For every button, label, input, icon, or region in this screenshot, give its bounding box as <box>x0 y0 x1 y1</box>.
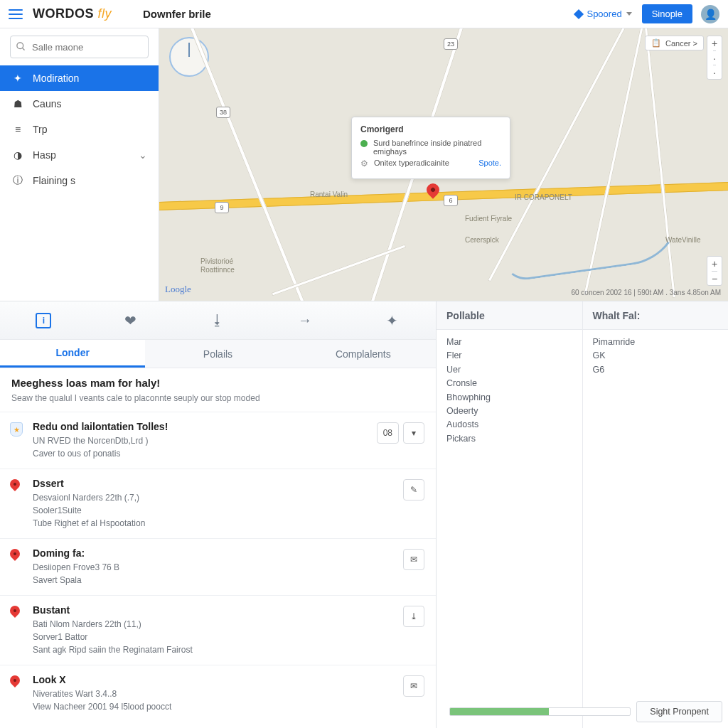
column-title: Pollable <box>437 301 582 330</box>
row-action-button[interactable]: ✉ <box>403 549 424 570</box>
sidebar: ✦Modiration☗Cauns≡Trp◑Hasp⌄ⓘFlaining s <box>0 28 159 301</box>
list-item[interactable]: GK <box>593 349 719 363</box>
footer-button[interactable]: Sight Pronpent <box>636 701 722 722</box>
list-item[interactable]: Pickars <box>446 432 572 446</box>
list-item[interactable]: Pimamride <box>593 336 719 349</box>
value-pill[interactable]: 08 <box>377 422 399 444</box>
map-status: 60 concen 2002 16 | 590t AM . 3ans 4.85o… <box>571 289 721 296</box>
gear-icon: ⚙ <box>360 159 368 168</box>
progress-bar <box>449 707 631 716</box>
list-item[interactable]: Bhowphing <box>446 391 572 405</box>
search-field[interactable] <box>10 36 149 58</box>
plus-icon: + <box>712 36 717 50</box>
sidebar-item-cauns[interactable]: ☗Cauns <box>0 91 159 117</box>
chevron-down-icon: ⌄ <box>139 149 147 161</box>
shield-icon: ★ <box>10 422 23 437</box>
sidebar-item-modiration[interactable]: ✦Modiration <box>0 65 159 91</box>
zoom-bottom[interactable]: +− <box>707 256 722 286</box>
map-attribution: Loogle <box>165 284 191 295</box>
card-line: View Nacheer 2001 94 l5lood poocct <box>33 700 424 713</box>
card-line: Sant agk Ripd saiin the Reginatam Fairos… <box>33 643 424 656</box>
tab-icon-chat[interactable]: ❤ <box>87 301 175 339</box>
menu-icon[interactable] <box>9 9 23 19</box>
list-item[interactable]: ★Redu ond lailontatien Tolles!UN RVED th… <box>0 412 436 469</box>
map-canvas[interactable]: 2338596 Rantai ValinFudient FiyraleCerer… <box>159 28 728 301</box>
list-item[interactable]: Doming fa:Desiiopen Frove3 76 BSavert Sp… <box>0 538 436 595</box>
column-title: Whalt Fal: <box>583 301 729 330</box>
card-line: Desvaionl Narders 22th (.7,) <box>33 491 424 504</box>
tab-icon-info[interactable]: i <box>0 301 87 339</box>
zoom-top[interactable]: +·· <box>707 36 722 80</box>
card-line: Caver to ous of ponatis <box>33 447 424 460</box>
plus-icon: + <box>712 257 717 271</box>
nav-icon: ⓘ <box>11 174 24 187</box>
card-line: Bati Nlom Narders 22th (11,) <box>33 618 424 631</box>
card-title: Bustant <box>33 604 424 616</box>
svg-line-1 <box>22 48 24 50</box>
card-line: Desiiopen Frove3 76 B <box>33 561 424 574</box>
list-item[interactable]: Uer <box>446 363 572 377</box>
map-label: Pivistorioé <box>200 257 233 265</box>
card-line: Savert Spala <box>33 574 424 587</box>
page-title: Downfer brile <box>143 8 211 20</box>
list-item[interactable]: Mar <box>446 336 572 349</box>
search-input[interactable] <box>10 36 149 58</box>
map-label: IR CORAPONELT <box>515 193 572 201</box>
svg-point-0 <box>17 43 23 49</box>
dropdown-button[interactable]: ▾ <box>403 422 424 444</box>
nav-icon: ≡ <box>11 123 24 136</box>
list-item[interactable]: G6 <box>593 363 719 377</box>
list-item[interactable]: Audosts <box>446 418 572 432</box>
map-label: Rantai Valin <box>310 191 348 198</box>
brand: WORDOS fly <box>33 6 112 21</box>
map-popup: Cmorigerd Surd banefrince inside pinatre… <box>351 117 510 179</box>
minus-icon: − <box>712 271 717 285</box>
map-control-pill[interactable]: 📋 Cancer > <box>645 36 704 50</box>
tab-polails[interactable]: Polails <box>145 340 290 368</box>
card-line: Niveratites Wart 3.4..8 <box>33 687 424 700</box>
map-label: WateVinille <box>665 236 700 244</box>
primary-action-button[interactable]: Sinople <box>642 4 692 23</box>
tab-londer[interactable]: Londer <box>0 340 145 368</box>
map-label: Fudient Fiyrale <box>465 215 512 223</box>
section-sub: Seaw the qualul I veants cale to placonn… <box>11 393 424 403</box>
column-pollable: Pollable MarFlerUerCronsleBhowphingOdeer… <box>437 301 583 728</box>
card-title: Doming fa: <box>33 547 424 559</box>
card-title: Dssert <box>33 478 424 489</box>
list-item[interactable]: Odeerty <box>446 405 572 418</box>
spoored-dropdown[interactable]: Spoored <box>575 9 631 19</box>
search-icon <box>16 41 26 54</box>
map-label: Roattinnce <box>200 266 235 274</box>
card-line: Sorver1 Battor <box>33 631 424 643</box>
card-line: Tube Righet ef al Hspootation <box>33 517 424 530</box>
list-item[interactable]: BustantBati Nlom Narders 22th (11,)Sorve… <box>0 595 436 665</box>
nav-icon: ✦ <box>11 72 24 85</box>
popup-link[interactable]: Spote. <box>478 159 501 167</box>
sidebar-item-flaining s[interactable]: ⓘFlaining s <box>0 168 159 193</box>
pin-icon <box>8 477 22 491</box>
row-action-button[interactable]: ✎ <box>403 479 424 500</box>
tab-icon-download[interactable]: ⭳ <box>174 301 262 339</box>
tab-icon-arrow[interactable]: → <box>262 301 349 339</box>
sidebar-item-hasp[interactable]: ◑Hasp⌄ <box>0 142 159 168</box>
route-shield: 38 <box>216 107 230 118</box>
nav-icon: ◑ <box>11 149 24 161</box>
route-shield: 6 <box>444 195 458 206</box>
list-item[interactable]: Cronsle <box>446 377 572 390</box>
sidebar-item-trp[interactable]: ≡Trp <box>0 117 159 142</box>
list-item[interactable]: DssertDesvaionl Narders 22th (.7,)Sooler… <box>0 469 436 538</box>
tab-complalents[interactable]: Complalents <box>291 340 436 368</box>
avatar[interactable]: 👤 <box>701 5 719 23</box>
tab-icon-bell[interactable]: ✦ <box>348 301 436 339</box>
pin-icon <box>8 673 22 687</box>
route-shield: 23 <box>444 38 458 50</box>
list-item[interactable]: Look XNiveratites Wart 3.4..8View Nachee… <box>0 665 436 722</box>
list-item[interactable]: Fler <box>446 349 572 363</box>
column-whalt: Whalt Fal: PimamrideGKG6 <box>583 301 729 728</box>
pin-icon <box>8 547 22 561</box>
diamond-icon <box>574 9 584 18</box>
card-line: Sooler1Suite <box>33 504 424 517</box>
row-action-button[interactable]: ⤓ <box>403 606 424 627</box>
section-heading: Meeghess loas mam for haly! <box>11 377 424 389</box>
row-action-button[interactable]: ✉ <box>403 675 424 697</box>
